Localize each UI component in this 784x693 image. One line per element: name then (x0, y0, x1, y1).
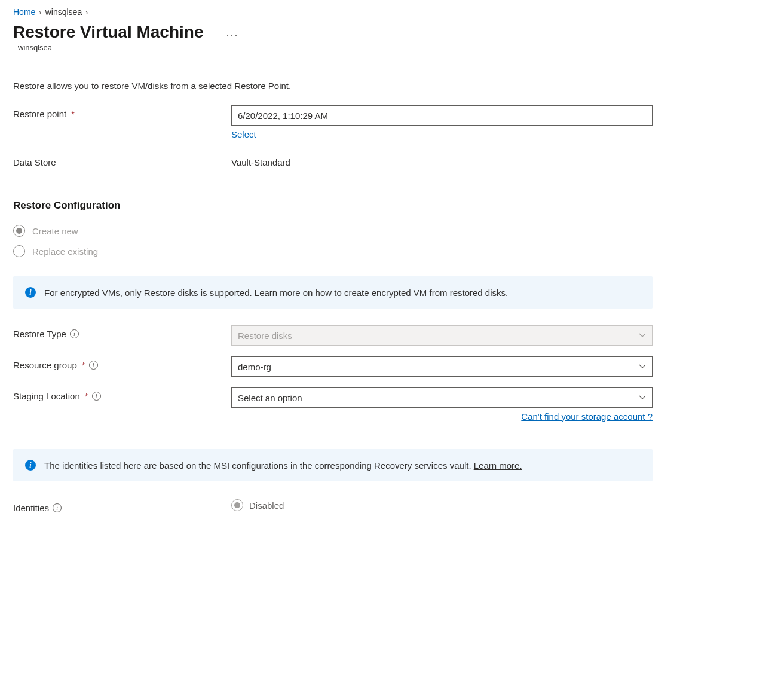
replace-existing-radio[interactable]: Replace existing (13, 245, 771, 257)
encrypted-learn-more-link[interactable]: Learn more (255, 288, 301, 298)
chevron-down-icon (639, 331, 646, 341)
info-icon: i (25, 287, 36, 298)
identities-label: Identities i (13, 499, 231, 513)
info-icon[interactable]: i (70, 329, 79, 338)
restore-type-value: Restore disks (238, 331, 292, 341)
breadcrumb-home-link[interactable]: Home (13, 7, 35, 17)
staging-location-dropdown[interactable]: Select an option (231, 387, 653, 408)
chevron-down-icon (639, 362, 646, 372)
identities-learn-more-link[interactable]: Learn more. (474, 460, 522, 471)
identities-value: Disabled (249, 500, 284, 511)
create-new-radio[interactable]: Create new (13, 225, 771, 237)
required-asterisk: * (82, 360, 85, 370)
staging-location-placeholder: Select an option (238, 393, 302, 403)
restore-point-input[interactable] (231, 105, 653, 126)
resource-group-dropdown[interactable]: demo-rg (231, 356, 653, 377)
breadcrumb-current[interactable]: winsqlsea (45, 7, 82, 17)
encrypted-vm-info: i For encrypted VMs, only Restore disks … (13, 276, 653, 309)
data-store-label: Data Store (13, 154, 231, 167)
resource-group-label: Resource group* i (13, 356, 231, 370)
identities-disabled-radio[interactable] (231, 499, 243, 511)
intro-text: Restore allows you to restore VM/disks f… (13, 81, 771, 91)
chevron-right-icon: › (85, 8, 88, 17)
select-restore-point-link[interactable]: Select (231, 129, 256, 139)
storage-account-help-link[interactable]: Can't find your storage account ? (521, 411, 653, 422)
restore-point-label: Restore point* (13, 105, 231, 119)
required-asterisk: * (71, 109, 75, 119)
info-icon[interactable]: i (89, 361, 98, 370)
restore-type-dropdown: Restore disks (231, 325, 653, 346)
radio-selected-icon (13, 225, 25, 237)
info-icon[interactable]: i (53, 503, 62, 512)
restore-configuration-heading: Restore Configuration (13, 200, 771, 212)
replace-existing-label: Replace existing (32, 246, 98, 257)
chevron-right-icon: › (39, 8, 41, 17)
restore-type-label: Restore Type i (13, 325, 231, 339)
page-title: Restore Virtual Machine (13, 23, 203, 42)
staging-location-label: Staging Location* i (13, 387, 231, 401)
info-icon: i (25, 460, 36, 471)
radio-unselected-icon (13, 245, 25, 257)
data-store-value: Vault-Standard (231, 154, 653, 167)
resource-group-value: demo-rg (238, 362, 271, 372)
more-actions-button[interactable]: ··· (226, 25, 238, 40)
encrypted-vm-info-text: For encrypted VMs, only Restore disks is… (44, 288, 508, 298)
create-new-label: Create new (32, 226, 78, 236)
chevron-down-icon (639, 393, 646, 403)
required-asterisk: * (85, 391, 88, 401)
breadcrumb: Home › winsqlsea › (13, 7, 771, 17)
info-icon[interactable]: i (92, 392, 101, 401)
restore-config-radio-group: Create new Replace existing (13, 225, 771, 257)
page-subtitle: winsqlsea (18, 43, 771, 52)
identities-info: i The identities listed here are based o… (13, 449, 653, 481)
identities-info-text: The identities listed here are based on … (44, 460, 522, 471)
